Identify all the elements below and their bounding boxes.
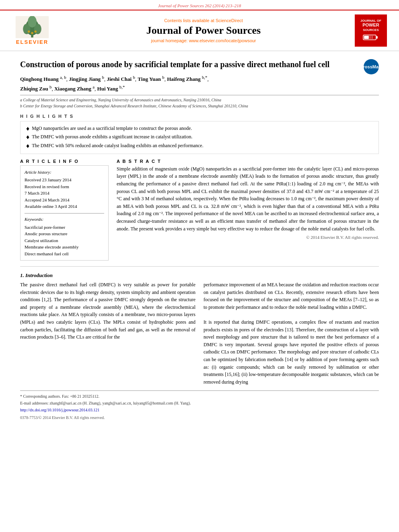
author-7: Xiaogang Zhang a, [54,86,97,92]
keywords-section: Keywords: Sacrificial pore-former Anodic… [25,216,104,257]
footnote-corresponding: * Corresponding authors. Fax: +86 21 203… [20,393,379,399]
author-5: Haifeng Zhang b,*, [167,76,208,82]
info-divider [25,213,104,214]
email-addresses: zhanghf@sari.ac.cn (H. Zhang), yangh@sar… [49,401,191,405]
keyword-2: Anodic porous structure [25,230,104,237]
doi-link[interactable]: http://dx.doi.org/10.1016/j.jpowsour.201… [20,408,99,412]
author-3: Jieshi Chai b, [107,76,138,82]
elsevier-logo-container: ELSEVIER [12,16,52,45]
badge-line2: POWER [362,23,379,28]
author-1: Qinghong Huang a, b, [20,76,69,82]
crossmark-badge: CrossMark [364,59,379,74]
highlight-text-1: MgO nanoparticles are used as a sacrific… [32,125,192,132]
svg-rect-10 [376,36,378,39]
affiliation-a: a College of Material Science and Engine… [20,97,379,103]
author-4: Ting Yuan b, [138,76,167,82]
bullet-icon-3: ♦ [26,142,29,150]
history-item-1: Received 23 January 2014 [25,177,104,183]
author-2: Jingjing Jiang b, [69,76,107,82]
history-item-3: 7 March 2014 [25,190,104,197]
elsevier-wordmark: ELSEVIER [16,39,48,45]
section-divider-1 [20,266,379,267]
intro-col-right: performance improvement of an MEA becaus… [204,281,379,386]
highlight-text-2: The DMFC with porous anode exhibits a si… [32,133,192,140]
authors-line: Qinghong Huang a, b, Jingjing Jiang b, J… [20,74,379,93]
elsevier-tree-icon [14,16,50,38]
highlights-box: ♦ MgO nanoparticles are used as a sacrif… [20,121,379,154]
article-info-box: Article history: Received 23 January 201… [20,165,109,261]
intro-col-left: The passive direct methanol fuel cell (D… [20,281,195,386]
main-content: Construction of porous anode by sacrific… [0,51,399,425]
svg-point-6 [28,31,30,33]
author-8: Hui Yang b,* [97,86,125,92]
svg-point-5 [28,16,37,27]
keyword-3: Catalyst utilization [25,237,104,244]
affiliations: a College of Material Science and Engine… [20,95,379,109]
keyword-1: Sacrificial pore-former [25,224,104,231]
journal-badge: JOURNAL OF POWER SOURCES [355,14,387,47]
keyword-4: Membrane electrode assembly [25,244,104,251]
badge-line3: SOURCES [363,28,379,32]
svg-point-8 [31,32,33,34]
author-6: Zhiqing Zou b, [20,86,54,92]
abstract-column: A B S T R A C T Simple addition of magne… [117,159,379,261]
sciencedirect-text: Contents lists available at ScienceDirec… [56,18,351,23]
journal-header: ELSEVIER Contents lists available at Sci… [0,10,399,51]
introduction-section: 1. Introduction The passive direct metha… [20,272,379,386]
elsevier-logo: ELSEVIER [12,16,52,45]
highlight-item-2: ♦ The DMFC with porous anode exhibits a … [26,133,373,141]
abstract-text: Simple addition of magnesium oxide (MgO)… [117,165,379,232]
keywords-label: Keywords: [25,216,104,223]
intro-col-right-text: performance improvement of an MEA becaus… [204,281,379,386]
footer-copyright: 0378-7753/© 2014 Elsevier B.V. All right… [20,415,379,421]
journal-header-center: Contents lists available at ScienceDirec… [56,18,351,43]
history-item-4: Accepted 24 March 2014 [25,197,104,203]
footnote-emails: E-mail addresses: zhanghf@sari.ac.cn (H.… [20,400,379,406]
highlights-label: H I G H L I G H T S [20,114,379,119]
article-info-label: A R T I C L E I N F O [20,159,109,164]
doi-line[interactable]: http://dx.doi.org/10.1016/j.jpowsour.201… [20,407,379,413]
history-item-2: Received in revised form [25,183,104,190]
journal-title: Journal of Power Sources [56,25,351,37]
highlight-item-3: ♦ The DMFC with 50% reduced anode cataly… [26,142,373,150]
journal-citation-bar: Journal of Power Sources 262 (2014) 213–… [0,0,399,10]
article-info-abstract-section: A R T I C L E I N F O Article history: R… [20,159,379,261]
highlight-text-3: The DMFC with 50% reduced anode catalyst… [32,142,204,149]
abstract-label: A B S T R A C T [117,159,379,164]
badge-line1: JOURNAL OF [360,19,381,23]
journal-homepage: journal homepage: www.elsevier.com/locat… [56,38,351,43]
intro-body-columns: The passive direct methanol fuel cell (D… [20,281,379,386]
journal-citation-text: Journal of Power Sources 262 (2014) 213–… [158,3,241,8]
bullet-icon-2: ♦ [26,133,29,141]
sciencedirect-link-text[interactable]: ScienceDirect [216,18,243,23]
crossmark-symbol: CrossMark [360,64,383,69]
abstract-copyright: © 2014 Elsevier B.V. All rights reserved… [117,235,379,240]
paper-title: Construction of porous anode by sacrific… [20,59,379,70]
intro-col-left-text: The passive direct methanol fuel cell (D… [20,281,195,341]
history-item-5: Available online 3 April 2014 [25,203,104,210]
affiliation-b: b Center for Energy Storage and Conversi… [20,103,379,109]
bullet-icon-1: ♦ [26,125,29,132]
article-info-column: A R T I C L E I N F O Article history: R… [20,159,109,261]
journal-badge-container: JOURNAL OF POWER SOURCES [355,14,387,47]
article-history: Article history: Received 23 January 201… [25,169,104,210]
svg-point-7 [35,31,37,33]
battery-icon [363,33,379,41]
highlight-item-1: ♦ MgO nanoparticles are used as a sacrif… [26,125,373,132]
intro-heading: 1. Introduction [20,272,379,279]
keyword-5: Direct methanol fuel cell [25,251,104,257]
svg-rect-11 [364,36,369,39]
email-label: E-mail addresses: [20,401,49,405]
footnote-section: * Corresponding authors. Fax: +86 21 203… [20,390,379,421]
history-label: Article history: [25,169,104,176]
